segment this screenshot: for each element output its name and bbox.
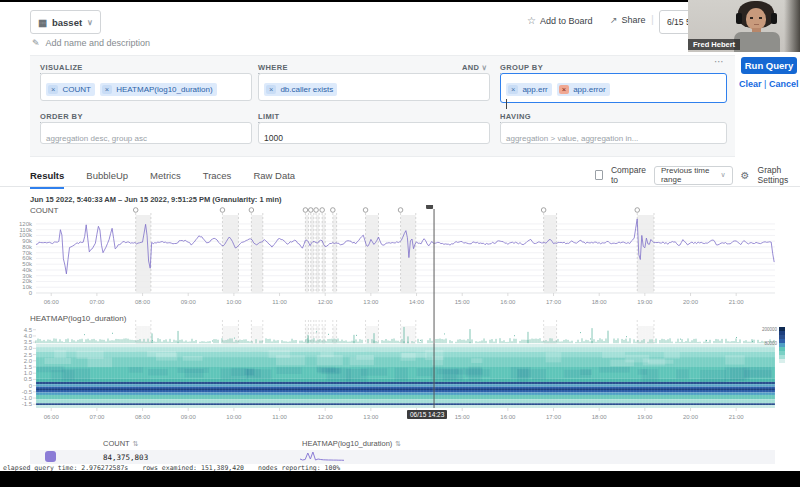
svg-text:80000: 80000 [764,341,777,346]
graph-settings-button[interactable]: Graph Settings [758,165,800,185]
chevron-down-icon: ∨ [482,63,488,72]
person-face [746,8,766,30]
svg-text:06:00: 06:00 [44,299,60,305]
star-icon: ☆ [527,15,536,26]
query-chip[interactable]: ×app.error [557,83,610,96]
svg-text:-0.5: -0.5 [22,389,33,395]
heatmap-sparkline [298,451,346,463]
clear-button[interactable]: Clear [739,79,762,89]
remove-chip-icon[interactable]: × [48,85,58,94]
add-to-board-button[interactable]: ☆ Add to Board [527,15,593,26]
where-input[interactable]: ×db.caller exists [258,73,490,101]
limit-value: 1000 [264,133,283,143]
remove-chip-icon[interactable]: × [266,85,276,94]
svg-text:2.5: 2.5 [24,352,33,358]
remove-chip-icon[interactable]: × [508,85,518,94]
svg-text:20:00: 20:00 [683,299,699,305]
run-query-button[interactable]: Run Query [741,57,797,74]
svg-text:09:00: 09:00 [181,299,197,305]
tab-raw-data[interactable]: Raw Data [253,170,295,187]
svg-text:3.5: 3.5 [24,339,33,345]
remove-chip-icon[interactable]: × [102,85,112,94]
svg-text:14:00: 14:00 [409,299,425,305]
dataset-name: basset [52,17,82,28]
dataset-selector[interactable]: ▦ basset ∨ [30,10,101,34]
svg-text:21:00: 21:00 [729,299,745,305]
svg-text:18:00: 18:00 [592,414,608,420]
summary-col-count[interactable]: COUNT⇅ [103,439,139,448]
svg-text:4.5: 4.5 [24,327,33,333]
summary-col-heatmap[interactable]: HEATMAP(log10_duration)⇅ [302,439,401,448]
letterbox-bottom [0,471,800,487]
chevron-down-icon: ∨ [720,171,725,179]
tab-traces[interactable]: Traces [203,170,232,187]
sort-icon[interactable]: ⇅ [133,440,139,447]
count-total-value: 84,375,803 [103,453,148,462]
compare-option-dropdown[interactable]: Previous time range ∨ [654,166,733,185]
limit-input[interactable]: 1000 [258,122,490,144]
results-charts[interactable]: 120k110k100k90k80k70k60k50k40k30k20k10k0… [0,205,800,427]
query-chip[interactable]: ×db.caller exists [264,83,337,96]
headphone-right [771,13,777,24]
order-by-input[interactable]: aggregation desc, group asc [40,122,252,144]
tab-metrics[interactable]: Metrics [150,170,181,187]
query-more-menu[interactable]: ⋯ [714,56,725,67]
svg-text:0.5: 0.5 [24,376,33,382]
webcam-overlay: Fred Hebert [688,0,800,52]
visualize-input[interactable]: ×COUNT×HEATMAP(log10_duration) [40,73,252,101]
svg-text:10:00: 10:00 [226,414,242,420]
svg-text:-1.5: -1.5 [22,401,33,407]
person-shirt [734,32,780,52]
gear-icon: ⚙ [741,170,750,181]
svg-text:07:00: 07:00 [89,414,105,420]
query-chip[interactable]: ×app.err [506,83,552,96]
svg-text:4.0: 4.0 [24,333,33,339]
and-label: AND [462,63,479,72]
time-range-summary: Jun 15 2022, 5:40:33 AM – Jun 15 2022, 9… [30,195,282,204]
query-name-field[interactable]: ✎ Add name and description [32,38,150,48]
query-builder-panel: VISUALIZE ×COUNT×HEATMAP(log10_duration)… [30,55,735,157]
summary-table-row[interactable]: 84,375,803 [30,450,775,464]
svg-text:11:00: 11:00 [272,414,287,420]
query-chip[interactable]: ×HEATMAP(log10_duration) [100,83,217,96]
where-join-selector[interactable]: AND ∨ [462,63,487,72]
webcam-name-tag: Fred Hebert [688,39,740,50]
svg-text:11:00: 11:00 [272,299,287,305]
having-input[interactable]: aggregation > value, aggregation in... [500,122,727,144]
svg-text:2.0: 2.0 [24,358,33,364]
svg-text:19:00: 19:00 [637,414,653,420]
svg-text:1.5: 1.5 [24,364,33,370]
summary-table-header: COUNT⇅ HEATMAP(log10_duration)⇅ [30,436,775,451]
query-chip[interactable]: ×COUNT [46,83,95,96]
add-to-board-label: Add to Board [540,16,593,26]
share-button[interactable]: ↗ Share [610,15,646,25]
svg-text:20:00: 20:00 [683,414,699,420]
remove-chip-icon[interactable]: × [559,85,569,94]
tab-bubbleup[interactable]: BubbleUp [86,170,128,187]
svg-text:19:00: 19:00 [637,299,653,305]
svg-text:12:00: 12:00 [318,414,334,420]
svg-text:10:00: 10:00 [226,299,242,305]
letterbox-top [0,0,800,2]
svg-text:3.0: 3.0 [24,345,33,351]
svg-text:17:00: 17:00 [546,414,562,420]
chip-label: COUNT [62,85,90,94]
query-name-placeholder: Add name and description [46,38,151,48]
svg-text:17:00: 17:00 [546,299,562,305]
compare-to-checkbox[interactable] [595,170,603,180]
svg-text:07:00: 07:00 [89,299,105,305]
webcam-background-shadow [784,0,800,52]
svg-text:0: 0 [29,383,33,389]
clear-cancel-divider: | [764,79,766,89]
pencil-icon: ✎ [32,38,40,48]
svg-text:200000: 200000 [762,327,778,332]
group-by-input[interactable]: ×app.err×app.error [500,73,727,103]
dataset-icon: ▦ [38,17,47,28]
cancel-button[interactable]: Cancel [769,79,799,89]
person-eye-left [750,17,753,19]
headphone-left [736,13,742,24]
sort-icon[interactable]: ⇅ [395,440,401,447]
svg-text:13:00: 13:00 [363,414,379,420]
svg-text:18:00: 18:00 [592,299,608,305]
crosshair-tooltip: 06/15 14:23 [407,410,447,419]
